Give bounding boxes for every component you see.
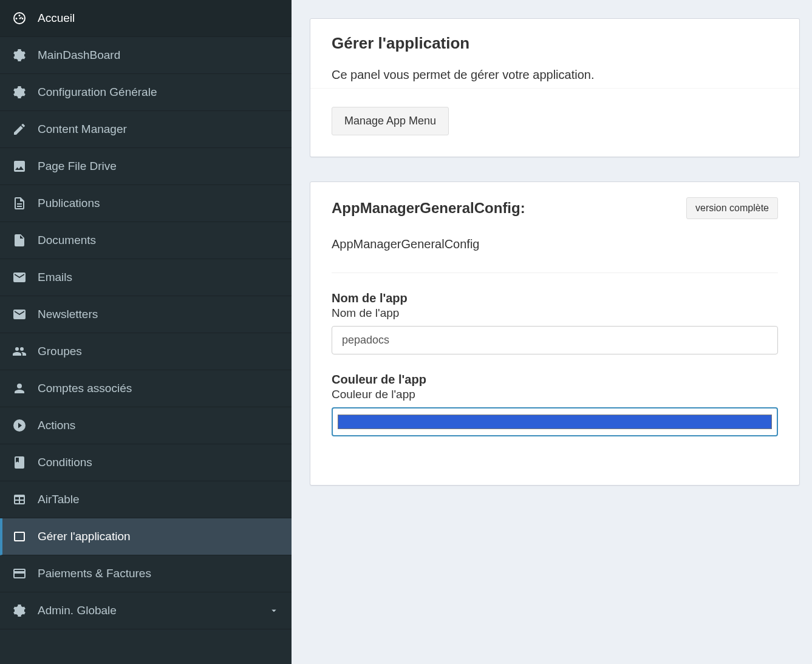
panel-header: AppManagerGeneralConfig: version complèt… (310, 182, 799, 228)
form-group-app-name: Nom de l'app Nom de l'app (332, 291, 778, 354)
dashboard-icon (12, 11, 27, 25)
envelope-icon (12, 307, 27, 322)
sidebar-item-newsletters[interactable]: Newsletters (0, 296, 292, 333)
envelope-icon (12, 270, 27, 285)
app-name-label-strong: Nom de l'app (332, 291, 778, 305)
app-name-input[interactable] (332, 326, 778, 354)
image-icon (12, 159, 27, 174)
panel-subtitle: Ce panel vous permet de gérer votre appl… (332, 68, 778, 82)
sidebar-item-gerer-application[interactable]: Gérer l'application (0, 518, 292, 555)
app-color-input[interactable] (332, 407, 778, 436)
sidebar-item-label: Configuration Générale (38, 86, 157, 99)
sidebar-item-accueil[interactable]: Accueil (0, 0, 292, 37)
panel-header: Gérer l'application Ce panel vous permet… (310, 19, 799, 88)
sidebar-item-comptes-associes[interactable]: Comptes associés (0, 370, 292, 407)
sidebar-item-actions[interactable]: Actions (0, 407, 292, 444)
sidebar-item-label: Publications (38, 197, 100, 210)
app-name-label-sub: Nom de l'app (332, 307, 778, 320)
main-content: Gérer l'application Ce panel vous permet… (292, 0, 812, 664)
app-color-label-strong: Couleur de l'app (332, 373, 778, 387)
config-name-text: AppManagerGeneralConfig (332, 237, 778, 273)
sidebar-item-admin-globale[interactable]: Admin. Globale (0, 592, 292, 629)
sidebar-item-label: MainDashBoard (38, 49, 120, 62)
book-icon (12, 455, 27, 470)
file-text-icon (12, 196, 27, 211)
panel-appmanager-config: AppManagerGeneralConfig: version complèt… (310, 181, 800, 486)
credit-card-icon (12, 566, 27, 581)
sidebar-item-config-generale[interactable]: Configuration Générale (0, 74, 292, 111)
sidebar-item-page-file-drive[interactable]: Page File Drive (0, 148, 292, 185)
sidebar-item-maindashboard[interactable]: MainDashBoard (0, 37, 292, 74)
sidebar-item-label: Admin. Globale (38, 604, 117, 617)
sidebar-item-label: Emails (38, 271, 72, 284)
panel-manage-application: Gérer l'application Ce panel vous permet… (310, 18, 800, 157)
sidebar-item-conditions[interactable]: Conditions (0, 444, 292, 481)
sidebar-item-label: Accueil (38, 12, 75, 25)
chevron-down-icon (268, 605, 279, 616)
sidebar-item-publications[interactable]: Publications (0, 185, 292, 222)
sidebar-item-label: Actions (38, 419, 75, 432)
file-icon (12, 233, 27, 248)
sidebar-item-emails[interactable]: Emails (0, 259, 292, 296)
tablet-icon (12, 529, 27, 544)
sidebar-item-documents[interactable]: Documents (0, 222, 292, 259)
sidebar-item-label: Documents (38, 234, 96, 247)
app-color-label-sub: Couleur de l'app (332, 388, 778, 401)
sidebar-item-label: AirTable (38, 493, 80, 506)
gears-icon (12, 48, 27, 63)
sidebar-item-groupes[interactable]: Groupes (0, 333, 292, 370)
sidebar-item-airtable[interactable]: AirTable (0, 481, 292, 518)
sidebar-item-label: Content Manager (38, 123, 127, 136)
users-icon (12, 344, 27, 359)
panel-body: Manage App Menu (310, 88, 799, 157)
config-title: AppManagerGeneralConfig: (332, 200, 525, 217)
gears-icon (12, 603, 27, 618)
manage-app-menu-button[interactable]: Manage App Menu (332, 107, 449, 135)
sidebar-item-label: Conditions (38, 456, 92, 469)
table-icon (12, 492, 27, 507)
sidebar-item-label: Newsletters (38, 308, 98, 321)
form-group-app-color: Couleur de l'app Couleur de l'app (332, 373, 778, 436)
panel-body: AppManagerGeneralConfig Nom de l'app Nom… (310, 228, 799, 485)
sidebar-item-label: Groupes (38, 345, 82, 358)
play-circle-icon (12, 418, 27, 433)
sidebar-item-content-manager[interactable]: Content Manager (0, 111, 292, 148)
sidebar-item-label: Page File Drive (38, 160, 117, 173)
sidebar-item-label: Paiements & Factures (38, 567, 151, 580)
version-complete-button[interactable]: version complète (686, 197, 778, 219)
user-icon (12, 381, 27, 396)
sidebar-item-label: Comptes associés (38, 382, 132, 395)
panel-title: Gérer l'application (332, 34, 778, 53)
sidebar-item-paiements-factures[interactable]: Paiements & Factures (0, 555, 292, 592)
gear-icon (12, 85, 27, 100)
sidebar: Accueil MainDashBoard Configuration Géné… (0, 0, 292, 664)
pencil-icon (12, 122, 27, 137)
sidebar-item-label: Gérer l'application (38, 530, 131, 543)
